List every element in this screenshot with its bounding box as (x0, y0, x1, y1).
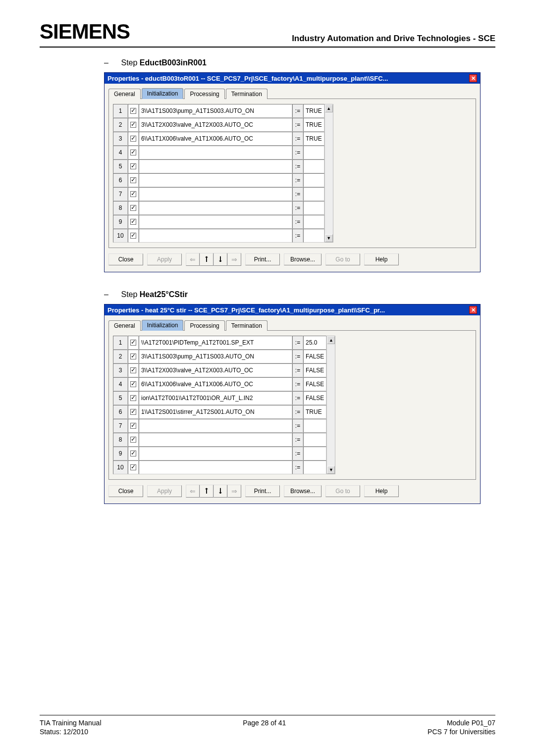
operand-left-input[interactable]: ion\A1T2T001\\A1T2T001\OR_AUT_L.IN2 (139, 391, 292, 405)
checkbox-checked-icon[interactable] (130, 464, 136, 470)
operand-left-input[interactable] (139, 187, 292, 201)
dialog-titlebar[interactable]: Properties - heat 25°C stir -- SCE_PCS7_… (105, 304, 480, 315)
checkbox-checked-icon[interactable] (130, 340, 136, 346)
operand-right-input[interactable]: TRUE (303, 118, 324, 132)
help-button[interactable]: Help (364, 253, 399, 265)
nav-down-icon[interactable]: 🠗 (214, 253, 227, 266)
checkbox-checked-icon[interactable] (130, 136, 136, 142)
checkbox-checked-icon[interactable] (130, 233, 136, 239)
checkbox-checked-icon[interactable] (130, 150, 136, 155)
nav-first-icon[interactable]: ⇐ (186, 485, 200, 498)
tab-initialization[interactable]: Initialization (142, 88, 184, 99)
operand-right-input[interactable] (303, 419, 326, 433)
operand-right-input[interactable] (303, 146, 324, 159)
browse-button[interactable]: Browse... (284, 253, 321, 265)
row-checkbox-cell[interactable] (128, 118, 139, 132)
checkbox-checked-icon[interactable] (130, 163, 136, 169)
row-checkbox-cell[interactable] (128, 132, 139, 146)
operand-left-input[interactable] (139, 201, 292, 215)
row-checkbox-cell[interactable] (128, 433, 139, 447)
vertical-scrollbar[interactable]: ▲ ▼ (324, 104, 333, 243)
row-checkbox-cell[interactable] (128, 419, 139, 433)
row-checkbox-cell[interactable] (128, 104, 139, 118)
operand-right-input[interactable]: FALSE (303, 391, 326, 405)
tab-processing[interactable]: Processing (184, 89, 224, 99)
tab-termination[interactable]: Termination (226, 89, 268, 99)
checkbox-checked-icon[interactable] (130, 451, 136, 456)
row-checkbox-cell[interactable] (128, 405, 139, 419)
operand-right-input[interactable] (303, 229, 324, 243)
operand-right-input[interactable] (303, 201, 324, 215)
close-icon[interactable]: ✕ (469, 74, 477, 82)
print-button[interactable]: Print... (245, 253, 280, 265)
operand-left-input[interactable] (139, 447, 292, 460)
row-checkbox-cell[interactable] (128, 146, 139, 159)
operand-right-input[interactable] (303, 215, 324, 229)
checkbox-checked-icon[interactable] (130, 409, 136, 415)
row-checkbox-cell[interactable] (128, 336, 139, 350)
tab-general[interactable]: General (108, 320, 141, 331)
row-checkbox-cell[interactable] (128, 229, 139, 243)
close-button[interactable]: Close (108, 485, 143, 497)
apply-button[interactable]: Apply (147, 253, 182, 265)
nav-last-icon[interactable]: ⇒ (227, 253, 241, 266)
operand-left-input[interactable] (139, 146, 292, 159)
operand-left-input[interactable]: 3\\A1T1S003\pump_A1T1S003.AUTO_ON (139, 350, 292, 363)
operand-left-input[interactable] (139, 215, 292, 229)
operand-right-input[interactable]: TRUE (303, 132, 324, 146)
row-checkbox-cell[interactable] (128, 377, 139, 391)
scroll-up-icon[interactable]: ▲ (325, 104, 333, 112)
checkbox-checked-icon[interactable] (130, 191, 136, 197)
vertical-scrollbar[interactable]: ▲ ▼ (326, 336, 335, 474)
operand-left-input[interactable] (139, 229, 292, 243)
tab-processing[interactable]: Processing (184, 320, 224, 331)
operand-right-input[interactable]: TRUE (303, 104, 324, 118)
operand-right-input[interactable] (303, 187, 324, 201)
checkbox-checked-icon[interactable] (130, 353, 136, 359)
checkbox-checked-icon[interactable] (130, 395, 136, 401)
nav-first-icon[interactable]: ⇐ (186, 253, 200, 266)
operand-left-input[interactable]: \\A1T2T001\PIDTemp_A1T2T001.SP_EXT (139, 336, 292, 350)
operand-right-input[interactable] (303, 460, 326, 474)
operand-left-input[interactable]: 1\\A1T2S001\stirrer_A1T2S001.AUTO_ON (139, 405, 292, 419)
row-checkbox-cell[interactable] (128, 391, 139, 405)
print-button[interactable]: Print... (245, 485, 280, 497)
checkbox-checked-icon[interactable] (130, 381, 136, 387)
checkbox-checked-icon[interactable] (130, 219, 136, 225)
operand-left-input[interactable] (139, 460, 292, 474)
checkbox-checked-icon[interactable] (130, 177, 136, 183)
apply-button[interactable]: Apply (147, 485, 182, 497)
checkbox-checked-icon[interactable] (130, 437, 136, 443)
row-checkbox-cell[interactable] (128, 363, 139, 377)
help-button[interactable]: Help (364, 485, 399, 497)
operand-left-input[interactable] (139, 419, 292, 433)
operand-left-input[interactable] (139, 159, 292, 173)
operand-left-input[interactable] (139, 173, 292, 187)
row-checkbox-cell[interactable] (128, 187, 139, 201)
scroll-down-icon[interactable]: ▼ (327, 466, 335, 474)
operand-left-input[interactable]: 3\\A1T2X003\valve_A1T2X003.AUTO_OC (139, 363, 292, 377)
operand-right-input[interactable]: FALSE (303, 363, 326, 377)
operand-right-input[interactable] (303, 447, 326, 460)
goto-button[interactable]: Go to (325, 485, 360, 497)
scroll-down-icon[interactable]: ▼ (325, 234, 333, 242)
nav-last-icon[interactable]: ⇒ (227, 485, 241, 498)
operand-right-input[interactable]: FALSE (303, 350, 326, 363)
operand-right-input[interactable]: TRUE (303, 405, 326, 419)
close-icon[interactable]: ✕ (469, 306, 477, 314)
nav-down-icon[interactable]: 🠗 (214, 485, 227, 498)
operand-right-input[interactable] (303, 173, 324, 187)
operand-right-input[interactable]: 25.0 (303, 336, 326, 350)
nav-up-icon[interactable]: 🠕 (200, 485, 214, 498)
dialog-titlebar[interactable]: Properties - eductB003toR001 -- SCE_PCS7… (105, 73, 480, 84)
checkbox-checked-icon[interactable] (130, 423, 136, 429)
row-checkbox-cell[interactable] (128, 173, 139, 187)
close-button[interactable]: Close (108, 253, 143, 265)
checkbox-checked-icon[interactable] (130, 367, 136, 373)
tab-general[interactable]: General (108, 89, 141, 99)
scroll-up-icon[interactable]: ▲ (327, 336, 335, 344)
checkbox-checked-icon[interactable] (130, 108, 136, 114)
row-checkbox-cell[interactable] (128, 447, 139, 460)
row-checkbox-cell[interactable] (128, 201, 139, 215)
goto-button[interactable]: Go to (325, 253, 360, 265)
